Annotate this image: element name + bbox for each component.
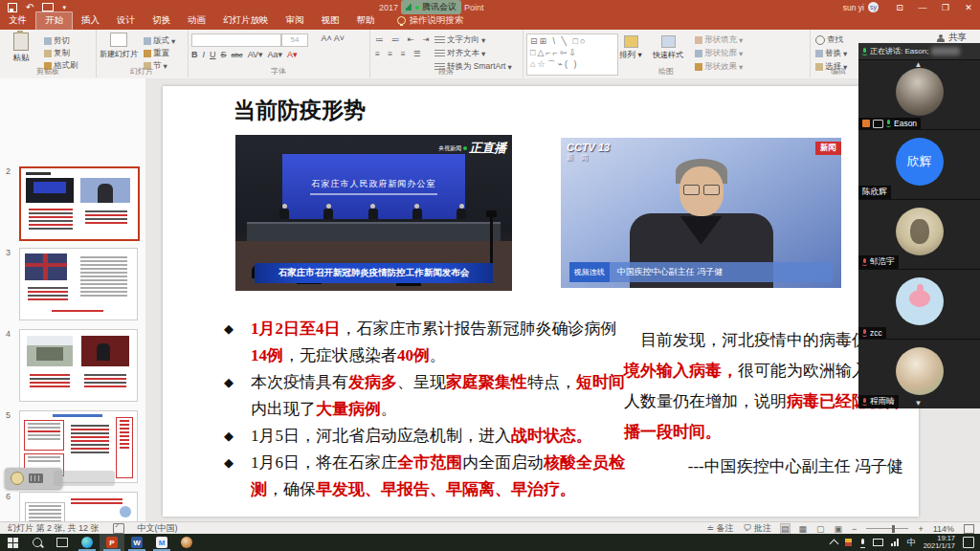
font-color-button[interactable]: A▾: [287, 50, 298, 59]
tab-review[interactable]: 审阅: [278, 12, 313, 30]
tell-me-search[interactable]: 操作说明搜索: [397, 14, 464, 30]
font-name-combobox[interactable]: [191, 33, 281, 47]
tab-design[interactable]: 设计: [108, 12, 144, 30]
meeting-app-icon: M: [156, 537, 167, 548]
customize-qat-icon[interactable]: ▾: [62, 4, 66, 11]
ribbon-display-options-icon[interactable]: ⊡: [888, 0, 911, 14]
press-caption-bar: 石家庄市召开新冠肺炎疫情防控工作新闻发布会: [255, 263, 493, 283]
save-icon[interactable]: [8, 3, 17, 12]
slide-title[interactable]: 当前防疫形势: [234, 96, 366, 125]
layout-button[interactable]: 版式 ▾: [144, 35, 175, 47]
copy-button[interactable]: 复制: [44, 48, 70, 59]
clear-format-button[interactable]: abc: [232, 51, 243, 59]
participant-tile-eason[interactable]: ▲ Eason: [858, 60, 980, 129]
bullet-text-placeholder[interactable]: ◆ 1月2日至4日，石家庄市累计报告新冠肺炎确诊病例14例，无症状感染者40例。…: [224, 316, 628, 503]
tab-animations[interactable]: 动画: [179, 12, 214, 30]
taskbar-powerpoint[interactable]: P: [100, 534, 124, 551]
arrange-button[interactable]: 排列 ▾: [614, 35, 647, 61]
cut-button[interactable]: 剪切: [44, 35, 70, 47]
tab-insert[interactable]: 插入: [73, 12, 108, 30]
slide-sorter-view-button[interactable]: ▦: [799, 524, 808, 534]
underline-button[interactable]: U: [210, 50, 216, 59]
task-view-button[interactable]: [50, 534, 75, 551]
taskbar-clock[interactable]: 19:172021/1/17: [924, 535, 955, 550]
tab-home[interactable]: 开始: [35, 11, 73, 30]
account-avatar[interactable]: sy: [868, 2, 879, 12]
tab-file[interactable]: 文件: [0, 12, 35, 30]
slide-thumbnail-3[interactable]: [19, 248, 138, 320]
copy-icon: [44, 50, 52, 57]
grow-shrink-font-icons[interactable]: A˄ A˅: [321, 33, 345, 43]
quick-styles-button[interactable]: 快速样式: [649, 35, 687, 60]
zoom-out-button[interactable]: −: [852, 524, 857, 534]
spellcheck-icon[interactable]: [113, 523, 124, 534]
diamond-bullet-icon: ◆: [224, 316, 234, 342]
slideshow-preview-icon[interactable]: [42, 3, 54, 11]
restore-button[interactable]: ❐: [934, 0, 957, 14]
ime-indicator[interactable]: 中: [907, 537, 916, 549]
collapse-down-icon[interactable]: ▼: [915, 399, 923, 408]
taskbar-meeting-app[interactable]: M: [149, 534, 174, 551]
taskbar-word[interactable]: W: [124, 534, 149, 551]
paste-button[interactable]: 粘贴: [2, 33, 40, 64]
undo-icon[interactable]: ↶: [26, 3, 33, 12]
strikethrough-button[interactable]: S: [221, 50, 227, 59]
press-conference-image[interactable]: 石家庄市人民政府新闻办公室 央视新闻 正直播: [235, 135, 512, 291]
tab-slideshow[interactable]: 幻灯片放映: [214, 12, 278, 30]
tab-view[interactable]: 视图: [313, 12, 348, 30]
tray-mic-icon[interactable]: [860, 539, 865, 547]
slide-thumbnail-2[interactable]: [19, 166, 140, 241]
close-button[interactable]: ✕: [957, 0, 980, 14]
action-center-icon[interactable]: [963, 537, 974, 548]
taskbar-app[interactable]: [174, 534, 199, 551]
change-case-button[interactable]: Aa▾: [267, 50, 282, 59]
align-text-button[interactable]: 对齐文本 ▾: [434, 48, 485, 59]
shape-fill-button[interactable]: 形状填充 ▾: [695, 34, 743, 46]
tencent-meeting-floating-bar[interactable]: 腾讯会议: [401, 0, 461, 14]
tab-help[interactable]: 帮助: [348, 12, 384, 30]
account-name[interactable]: sun yi: [843, 3, 864, 12]
title-suffix: Point: [464, 3, 484, 12]
fit-slide-to-window-icon[interactable]: [964, 524, 974, 534]
participant-tile-zcc[interactable]: zcc: [858, 270, 980, 339]
find-button[interactable]: 查找: [815, 34, 843, 46]
shape-outline-button[interactable]: 形状轮廓 ▾: [695, 48, 743, 59]
participant-tile-zouhaoyu[interactable]: 邹浩宇: [858, 200, 980, 269]
slide-thumbnail-4[interactable]: [19, 329, 138, 402]
tray-expand-icon[interactable]: [829, 540, 838, 549]
bullet-list-buttons[interactable]: ≔ ≕ ⇤ ⇥: [375, 34, 432, 44]
taskbar-edge[interactable]: [75, 534, 100, 551]
slideshow-view-button[interactable]: ▣: [835, 524, 843, 534]
zoom-slider[interactable]: [866, 528, 908, 529]
cctv-interview-image[interactable]: CCTV 13新 闻 新闻 视频连线 中国疾控中心副主任 冯子健: [561, 138, 841, 288]
align-buttons[interactable]: ≡ ≡ ≡ ☰: [375, 49, 424, 58]
italic-button[interactable]: I: [203, 50, 206, 59]
lightbulb-icon: [397, 16, 406, 25]
network-icon[interactable]: [891, 539, 900, 546]
start-button[interactable]: [0, 534, 25, 551]
bold-button[interactable]: B: [191, 50, 198, 59]
keyboard-icon[interactable]: [29, 474, 43, 483]
normal-view-button[interactable]: ▤: [781, 524, 790, 534]
taskbar-search-button[interactable]: [25, 534, 50, 551]
slide-thumbnail-6[interactable]: [19, 492, 138, 521]
emoji-icon[interactable]: [11, 472, 24, 485]
participant-tile-chenxinhui[interactable]: 欣辉 陈欣辉: [858, 130, 980, 199]
reading-view-button[interactable]: ▢: [816, 524, 825, 534]
new-slide-button[interactable]: 新建幻灯片: [98, 33, 140, 59]
minimize-button[interactable]: —: [911, 0, 934, 14]
character-spacing-button[interactable]: AV▾: [248, 50, 263, 59]
font-size-combobox[interactable]: 54: [281, 33, 308, 47]
tab-transitions[interactable]: 切换: [144, 12, 179, 30]
zoom-percentage[interactable]: 114%: [933, 524, 954, 534]
flag-icon[interactable]: [845, 539, 853, 547]
participant-tile-chengyuqing[interactable]: 程雨晴 ▼: [858, 340, 980, 408]
slide-editing-area[interactable]: 当前防疫形势 石家庄市人民政府新闻办公室: [163, 86, 919, 517]
replace-button[interactable]: 替换 ▾: [815, 48, 847, 59]
zoom-slider-thumb[interactable]: [892, 525, 895, 533]
battery-icon[interactable]: [873, 539, 883, 546]
text-direction-button[interactable]: 文字方向 ▾: [434, 34, 485, 46]
zoom-in-button[interactable]: +: [918, 524, 923, 534]
seg: 40例: [397, 346, 430, 364]
reset-button[interactable]: 重置: [144, 48, 169, 59]
